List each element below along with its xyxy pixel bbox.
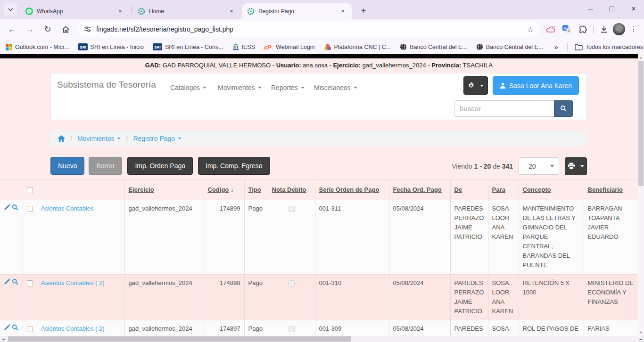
bookmark-webmail[interactable]: cP Webmail Login bbox=[264, 44, 314, 50]
menu-label: Miscelaneos bbox=[314, 84, 351, 91]
tab-close-icon[interactable]: × bbox=[339, 7, 347, 16]
sort-link-codigo[interactable]: Codigo bbox=[208, 186, 229, 193]
nuevo-button[interactable]: Nuevo bbox=[50, 157, 84, 175]
header-tipo: Tipo bbox=[244, 179, 268, 200]
sort-link-concepto[interactable]: Concepto bbox=[523, 186, 551, 193]
scroll-up-arrow[interactable]: ▲ bbox=[638, 54, 644, 61]
back-button[interactable]: ← bbox=[4, 21, 20, 37]
bookmark-outlook[interactable]: Outlook.com - Micr... bbox=[6, 44, 69, 50]
edit-pencil-icon[interactable] bbox=[4, 204, 10, 211]
sort-link-tipo[interactable]: Tipo bbox=[248, 186, 261, 193]
select-all-checkbox[interactable] bbox=[27, 187, 33, 193]
header-beneficiario: Beneficiario bbox=[584, 179, 638, 200]
menu-reportes[interactable]: Reportes bbox=[271, 84, 305, 91]
all-bookmarks-button[interactable]: Todos los marcadores bbox=[575, 44, 643, 50]
header-serie: Serie Orden de Pago bbox=[315, 179, 389, 200]
imp-comp-egreso-button[interactable]: Imp. Comp. Egreso bbox=[198, 157, 270, 175]
horizontal-scroll-thumb[interactable] bbox=[8, 336, 351, 342]
translate-extension-icon[interactable]: A a bbox=[560, 22, 574, 36]
menu-movimientos[interactable]: Movimientos bbox=[218, 84, 262, 91]
tab-close-icon[interactable]: × bbox=[227, 7, 236, 16]
menu-miscelaneos[interactable]: Miscelaneos bbox=[314, 84, 357, 91]
edit-pencil-icon[interactable] bbox=[4, 278, 10, 285]
bookmark-banco-central-2[interactable]: Banco Central del E... bbox=[476, 43, 544, 50]
bookmark-cnc[interactable]: Plataforma CNC | C... bbox=[324, 43, 391, 51]
home-button[interactable] bbox=[58, 21, 74, 37]
all-bookmarks-label: Todos los marcadores bbox=[586, 44, 643, 50]
tab-title: Home bbox=[149, 8, 223, 15]
sort-link-serie[interactable]: Serie Orden de Pago bbox=[319, 186, 380, 193]
row-checkbox[interactable] bbox=[27, 326, 33, 332]
imp-orden-pago-button[interactable]: Imp. Orden Pago bbox=[127, 157, 193, 175]
settings-button[interactable] bbox=[463, 76, 488, 95]
scroll-down-arrow[interactable]: ▼ bbox=[638, 329, 644, 336]
breadcrumb-registro-pago[interactable]: Registro Pago bbox=[133, 135, 182, 142]
microsoft-icon bbox=[6, 44, 12, 50]
view-magnifier-icon[interactable] bbox=[12, 204, 18, 211]
tab-title: Registro Pago bbox=[258, 8, 335, 15]
tab-home[interactable]: Home × bbox=[133, 3, 240, 19]
new-tab-button[interactable]: + bbox=[357, 4, 370, 17]
downloads-button[interactable] bbox=[597, 22, 611, 36]
edit-pencil-icon[interactable] bbox=[4, 324, 10, 331]
tab-strip: WhatsApp × Home × Registro Pago × + × bbox=[0, 0, 644, 19]
sort-link-nota-debito[interactable]: Nota Debito bbox=[272, 186, 306, 193]
print-button[interactable] bbox=[565, 157, 587, 175]
row-checkbox[interactable] bbox=[27, 280, 33, 286]
horizontal-scrollbar[interactable]: ◀ ▶ bbox=[0, 336, 644, 342]
cell-de: PAREDES bbox=[450, 320, 488, 336]
view-magnifier-icon[interactable] bbox=[12, 324, 18, 331]
window-close-button[interactable]: × bbox=[623, 0, 644, 18]
cell-serie: 001-310 bbox=[315, 275, 389, 320]
search-input[interactable] bbox=[454, 100, 554, 117]
scroll-right-arrow[interactable]: ▶ bbox=[637, 336, 644, 342]
forward-button[interactable]: → bbox=[22, 21, 38, 37]
bookmarks-overflow-button[interactable]: » bbox=[552, 43, 560, 51]
browser-menu-button[interactable]: ⋮ bbox=[627, 23, 640, 36]
record-link[interactable]: Asientos Contables ( 2) bbox=[41, 279, 105, 286]
bookmark-label: IESS bbox=[242, 44, 256, 50]
tab-close-icon[interactable]: × bbox=[116, 7, 124, 16]
reload-button[interactable]: ↻ bbox=[40, 21, 56, 37]
bookmark-star-icon[interactable]: ☆ bbox=[524, 23, 537, 36]
sort-link-de[interactable]: De bbox=[454, 186, 462, 193]
site-info-icon[interactable] bbox=[84, 25, 91, 33]
scroll-left-arrow[interactable]: ◀ bbox=[0, 336, 7, 342]
profile-avatar[interactable] bbox=[613, 23, 625, 35]
vertical-scroll-thumb[interactable] bbox=[638, 61, 644, 186]
extensions-puzzle-icon[interactable] bbox=[576, 22, 590, 36]
bookmark-sri-consultas[interactable]: SRI SRI en Línea - Cons... bbox=[153, 43, 223, 50]
tab-search-button[interactable] bbox=[4, 3, 17, 16]
extension-cloud-icon[interactable] bbox=[544, 22, 558, 36]
sort-link-para[interactable]: Para bbox=[492, 186, 505, 193]
chevron-down-icon bbox=[203, 87, 206, 89]
address-bar[interactable]: fingads.net/sf2/tesoreria/registro_pago_… bbox=[77, 21, 540, 37]
borrar-button[interactable]: Borrar bbox=[89, 157, 122, 175]
table-header-row: Ejercicio Codigo ↓ Tipo Nota Debito Seri… bbox=[0, 179, 638, 200]
record-link[interactable]: Asientos Contables bbox=[41, 205, 94, 212]
tab-registro-pago-active[interactable]: Registro Pago × bbox=[242, 3, 352, 19]
window-minimize-button[interactable] bbox=[580, 0, 601, 18]
sort-link-fecha[interactable]: Fecha Ord. Pago bbox=[393, 186, 442, 193]
window-maximize-button[interactable] bbox=[602, 0, 622, 18]
bookmark-iess[interactable]: IESS bbox=[232, 43, 256, 50]
chevron-down-icon bbox=[580, 165, 584, 167]
bookmark-banco-central-1[interactable]: Banco Central del E... bbox=[400, 43, 467, 50]
vertical-scrollbar[interactable]: ▲ ▼ bbox=[638, 54, 644, 336]
url-text[interactable]: fingads.net/sf2/tesoreria/registro_pago_… bbox=[96, 25, 519, 33]
search-button[interactable] bbox=[554, 100, 573, 117]
user-account-button[interactable]: Sosa Loor Ana Karen bbox=[493, 76, 579, 95]
sort-link-ejercicio[interactable]: Ejercicio bbox=[129, 186, 154, 193]
header-concepto: Concepto bbox=[519, 179, 584, 200]
tab-whatsapp[interactable]: WhatsApp × bbox=[21, 3, 129, 19]
record-link[interactable]: Asientos Contables ( 2) bbox=[41, 325, 105, 332]
home-breadcrumb-icon[interactable] bbox=[58, 135, 65, 142]
row-checkbox[interactable] bbox=[27, 206, 33, 212]
page-content: GAD: GAD PARROQUIAL VALLE HERMOSO - Usua… bbox=[0, 54, 644, 342]
menu-catalogos[interactable]: Catalogos bbox=[170, 84, 206, 91]
bookmark-sri-inicio[interactable]: SRI SRI en Línea - Inicio bbox=[78, 43, 144, 50]
page-size-select[interactable]: 20 bbox=[519, 157, 559, 175]
breadcrumb-movimientos[interactable]: Movimientos bbox=[77, 135, 121, 142]
sort-link-beneficiario[interactable]: Beneficiario bbox=[588, 186, 623, 193]
view-magnifier-icon[interactable] bbox=[12, 278, 18, 285]
